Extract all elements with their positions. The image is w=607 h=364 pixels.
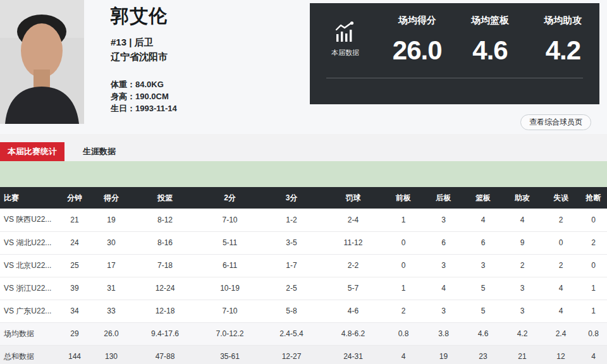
stats-panel-caption: 本届数据 — [331, 48, 359, 58]
table-cell: 21 — [57, 209, 92, 231]
table-cell: 7-18 — [130, 254, 200, 277]
stat-label: 场均篮板 — [453, 15, 526, 27]
table-cell: 1 — [383, 209, 424, 231]
table-cell: 0 — [383, 231, 424, 254]
table-cell: 0 — [383, 254, 424, 277]
table-cell: 5 — [463, 300, 503, 322]
column-header: 2分 — [200, 187, 260, 209]
table-cell: 17 — [92, 254, 130, 277]
table-cell: 场均数据 — [0, 322, 57, 345]
column-header: 失误 — [542, 187, 580, 209]
table-cell: 35-61 — [200, 345, 260, 364]
stats-table-body: VS 陕西U22...21198-127-101-22-4134420VS 湖北… — [0, 209, 607, 364]
table-cell: 12-27 — [260, 345, 323, 364]
column-header: 得分 — [92, 187, 130, 209]
table-cell: 23 — [463, 345, 503, 364]
stat-rebounds-per-game: 场均篮板 4.6 — [453, 3, 526, 104]
table-cell: 4-6 — [323, 300, 383, 322]
player-details: 体重：84.0KG 身高：190.0CM 生日：1993-11-14 — [111, 78, 177, 114]
stats-panel-caption-block: 本届数据 — [310, 3, 381, 104]
player-header-section: 郭艾伦 #13 | 后卫 辽宁省沈阳市 体重：84.0KG 身高：190.0CM… — [0, 0, 607, 134]
stat-value: 4.2 — [527, 35, 599, 66]
stat-assists-per-game: 场均助攻 4.2 — [527, 3, 599, 104]
weight-label: 体重 — [111, 80, 127, 89]
height-value: 190.0CM — [135, 92, 169, 101]
table-cell: 2 — [580, 231, 607, 254]
table-cell: 1 — [383, 277, 424, 300]
weight-value: 84.0KG — [135, 80, 164, 89]
table-cell: 1 — [580, 300, 607, 322]
table-cell: 1 — [580, 277, 607, 300]
table-cell: 2 — [542, 209, 580, 231]
table-cell: 9 — [503, 231, 542, 254]
player-birthday: 生日：1993-11-14 — [111, 102, 177, 114]
game-row: VS 陕西U22...21198-127-101-22-4134420 — [0, 209, 607, 231]
table-cell: 2-4 — [323, 209, 383, 231]
table-cell: 8-12 — [130, 209, 200, 231]
tab-bar: 本届比赛统计 生涯数据 — [0, 134, 607, 161]
stat-label: 场均得分 — [381, 15, 453, 27]
table-cell: 24-31 — [323, 345, 383, 364]
table-header-row: 比赛分钟得分投篮2分3分罚球前板后板篮板助攻失误抢断 — [0, 187, 607, 209]
separator: ： — [127, 104, 135, 113]
table-cell: 2.4 — [542, 322, 580, 345]
table-cell: 39 — [57, 277, 92, 300]
table-cell: 3 — [424, 300, 463, 322]
table-cell: 4 — [503, 209, 542, 231]
stat-value: 26.0 — [381, 35, 453, 66]
table-cell: 6-11 — [200, 254, 260, 277]
player-jersey-position: #13 | 后卫 — [111, 37, 177, 49]
view-full-profile-button[interactable]: 查看综合球员页 — [520, 114, 591, 130]
table-cell: 6 — [424, 231, 463, 254]
height-label: 身高 — [111, 92, 127, 101]
table-cell: 5-8 — [260, 300, 323, 322]
column-header: 3分 — [260, 187, 323, 209]
tab-career-stats[interactable]: 生涯数据 — [64, 142, 134, 161]
game-row: VS 广东U22...343312-187-105-84-6235341 — [0, 300, 607, 322]
table-cell: 6 — [463, 231, 503, 254]
table-cell: 31 — [92, 277, 130, 300]
stats-panel-columns: 场均得分 26.0 场均篮板 4.6 场均助攻 4.2 — [381, 3, 599, 104]
panel-divider — [326, 78, 583, 78]
table-cell: 3 — [463, 254, 503, 277]
table-cell: 30 — [92, 231, 130, 254]
table-cell: 47-88 — [130, 345, 200, 364]
table-cell: 4.2 — [503, 322, 542, 345]
player-photo-placeholder — [0, 0, 84, 124]
table-cell: 144 — [57, 345, 92, 364]
table-cell: 3 — [424, 254, 463, 277]
column-header: 比赛 — [0, 187, 57, 209]
column-header: 抢断 — [580, 187, 607, 209]
tab-current-tournament-stats[interactable]: 本届比赛统计 — [0, 142, 64, 161]
table-cell: 4.8-6.2 — [323, 322, 383, 345]
game-row: VS 北京U22...25177-186-111-72-2033220 — [0, 254, 607, 277]
table-cell: 5-11 — [200, 231, 260, 254]
table-cell: 7-10 — [200, 300, 260, 322]
table-cell: 34 — [57, 300, 92, 322]
column-header: 后板 — [424, 187, 463, 209]
table-cell: 9.4-17.6 — [130, 322, 200, 345]
table-cell: 19 — [92, 209, 130, 231]
divider-band — [0, 161, 607, 187]
column-header: 分钟 — [57, 187, 92, 209]
column-header: 前板 — [383, 187, 424, 209]
table-cell: 10-19 — [200, 277, 260, 300]
table-cell: 4 — [463, 209, 503, 231]
table-cell: 2.4-5.4 — [260, 322, 323, 345]
table-cell: 2-2 — [323, 254, 383, 277]
average-row: 场均数据2926.09.4-17.67.0-12.22.4-5.44.8-6.2… — [0, 322, 607, 345]
table-cell: VS 北京U22... — [0, 254, 57, 277]
table-cell: 5 — [463, 277, 503, 300]
table-cell: 26.0 — [92, 322, 130, 345]
player-weight: 体重：84.0KG — [111, 78, 177, 90]
table-cell: 19 — [424, 345, 463, 364]
stat-value: 4.6 — [453, 35, 526, 66]
table-cell: 11-12 — [323, 231, 383, 254]
table-cell: 2 — [542, 254, 580, 277]
column-header: 投篮 — [130, 187, 200, 209]
player-photo — [0, 0, 84, 124]
table-cell: VS 陕西U22... — [0, 209, 57, 231]
table-cell: 130 — [92, 345, 130, 364]
table-cell: 4 — [580, 345, 607, 364]
game-row: VS 浙江U22...393112-2410-192-55-7145341 — [0, 277, 607, 300]
